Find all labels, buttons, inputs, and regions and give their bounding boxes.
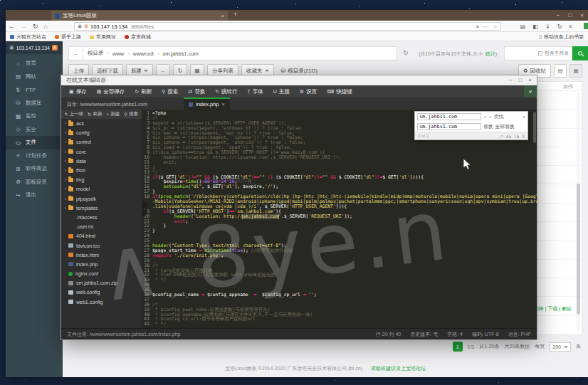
tab-close-icon[interactable]: × [221, 13, 224, 19]
tree-item[interactable]: data [61, 157, 142, 166]
sidebar-toggle-icon[interactable]: ◧ [532, 23, 538, 30]
bookmark-item[interactable]: 常用网址 [90, 33, 116, 41]
tree-toolbar-button[interactable]: ⚲ 搜索 [124, 111, 138, 117]
reader-mode-icon[interactable]: ≡ [476, 23, 478, 30]
menu-icon[interactable]: ≡ [569, 23, 572, 30]
replace-button[interactable]: 替换 [483, 123, 493, 130]
browser-tab[interactable]: 宝塔Linux面板 × [51, 11, 228, 21]
sidebar-item[interactable]: ▤ 网站 [6, 70, 63, 84]
editor-toolbar-button[interactable]: ⚲ 搜索 [157, 85, 183, 97]
toolbar-collapse-button[interactable]: ∨ [524, 85, 537, 97]
tree-item[interactable]: web.config [61, 288, 142, 297]
editor-toolbar-button[interactable]: ⚙ 设置 [295, 85, 322, 97]
tree-item[interactable]: ffsm [61, 166, 142, 175]
editor-toolbar-button[interactable]: U 主题 [268, 85, 295, 97]
tree-item[interactable]: config [61, 128, 142, 137]
sidebar-item[interactable]: ↪ 退出 [6, 189, 63, 202]
sidebar-item[interactable]: ◇ 安全 [6, 123, 63, 137]
tree-toolbar-button[interactable]: ↰ 上一级 [64, 111, 83, 117]
url-bar[interactable]: ◉ ⊘ 103.147.13.134 :8888/files ≡⋯☆ [74, 22, 501, 31]
list-view-button[interactable]: ▤ [554, 64, 567, 78]
editor-close-button[interactable]: × [528, 77, 532, 83]
sidebar-item[interactable]: ⇅ FTP [6, 83, 63, 97]
tree-item[interactable]: acs [61, 119, 142, 128]
insecure-lock-icon[interactable]: ⊘ [84, 23, 88, 29]
tree-item[interactable]: model [61, 184, 142, 194]
window-minimize-button[interactable]: − [557, 12, 560, 19]
find-next-icon[interactable]: › [488, 115, 491, 120]
replace-input[interactable] [417, 123, 481, 130]
scrollbar-thumb[interactable] [577, 184, 580, 315]
tree-item[interactable]: web1.config [61, 297, 142, 307]
tracking-shield-icon[interactable]: ◉ [78, 23, 82, 29]
tree-item[interactable]: index.php [61, 260, 142, 269]
breadcrumb-segment[interactable]: www [112, 51, 133, 57]
bookmark-star-icon[interactable]: ☆ [493, 23, 498, 30]
editor-toolbar-button[interactable]: T 字体 [243, 85, 268, 97]
tree-toolbar-button[interactable]: + 新建 [106, 111, 120, 117]
sidebar-item[interactable]: ⌂ 首页 [6, 57, 63, 70]
sidebar-item[interactable]: ⊞ 软件商店 [6, 162, 63, 176]
tree-item[interactable]: ptpaysdk [61, 194, 142, 204]
breadcrumb-segment[interactable]: sm.jahbs1.com [162, 51, 198, 57]
page-actions-icon[interactable]: ⋯ [483, 23, 489, 30]
home-icon[interactable]: ⌂ [44, 23, 48, 30]
tree-collapse-handle[interactable]: ‹ [142, 201, 147, 216]
replace-all-button[interactable]: 全部替换 [495, 123, 515, 130]
close-search-icon[interactable]: × [523, 115, 525, 120]
back-icon[interactable]: ← [9, 23, 15, 30]
bookmark-item[interactable]: 新手上路 [55, 33, 81, 41]
editor-toolbar-button[interactable]: ⇄ 替换 [183, 85, 210, 97]
sidebar-item[interactable]: ≡ 计划任务 [6, 149, 63, 163]
search-option-toggle[interactable]: Aa [506, 134, 511, 139]
editor-minimize-button[interactable]: − [509, 77, 513, 83]
sidebar-item[interactable]: ⚙ 面板设置 [6, 176, 63, 189]
breadcrumb-segment[interactable]: 根目录 [88, 50, 112, 57]
sync-icon[interactable]: ↻ [557, 23, 562, 30]
tree-item[interactable]: .user.ini [61, 222, 142, 231]
editor-toolbar-button[interactable]: ▤ 全部保存 [92, 85, 130, 97]
find-button[interactable]: 查找 [494, 113, 504, 120]
tree-item[interactable]: core [61, 147, 142, 157]
editor-toolbar-button[interactable]: ✎ 跳转行 [210, 85, 242, 97]
extension-icon[interactable] [584, 23, 588, 29]
tree-toolbar-button[interactable]: ↻ 刷新 [88, 111, 102, 117]
tree-item[interactable]: index.html [61, 250, 142, 260]
forward-icon[interactable]: → [21, 23, 27, 30]
disk-usage[interactable]: ⛁ 根目录(21G) [281, 68, 317, 75]
tree-item[interactable]: 404.html [61, 231, 142, 241]
tree-item[interactable]: control [61, 137, 142, 147]
editor-file-tab[interactable]: index.php × [184, 97, 230, 110]
search-option-toggle[interactable]: .* [498, 134, 503, 139]
tree-item[interactable]: .htaccess [61, 213, 142, 222]
search-button[interactable] [572, 46, 588, 60]
editor-titlebar[interactable]: 在线文本编辑器 −□× [61, 75, 537, 85]
tree-item[interactable]: templates [61, 204, 142, 213]
forum-link[interactable]: 求助或建议请上宝塔论坛 [371, 366, 426, 371]
sidebar-item[interactable]: ⛁ 数据库 [6, 97, 63, 110]
page-1-button[interactable]: 1 [453, 342, 463, 352]
path-refresh-icon[interactable]: ↻ [403, 49, 409, 56]
window-maximize-button[interactable]: □ [568, 12, 572, 19]
bookmark-item[interactable]: 京东商城 [125, 33, 151, 41]
include-subdir-checkbox[interactable] [538, 51, 542, 56]
sidebar-item[interactable]: ▭ 文件 [6, 136, 63, 149]
search-option-toggle[interactable]: S [522, 134, 525, 139]
code-editor[interactable]: 1<?php2/*3$agent = strtolower($_SERVER['… [142, 110, 537, 329]
grid-view-button[interactable]: ▦ [569, 64, 582, 78]
per-page-select[interactable]: 200 [550, 342, 571, 352]
bookmark-item[interactable]: 火狐官方站点 [10, 33, 46, 41]
new-tab-button[interactable]: + [233, 11, 237, 18]
code-scrollbar-thumb[interactable] [533, 112, 536, 143]
tree-item[interactable]: favicon.ico [61, 241, 142, 250]
find-input[interactable] [417, 113, 481, 120]
tree-item[interactable]: img [61, 175, 142, 184]
tree-item[interactable]: nginx.conf [61, 269, 142, 278]
file-list-scrollbar[interactable] [577, 93, 580, 331]
editor-toolbar-button[interactable]: ▣ 保存 [64, 85, 92, 97]
breadcrumb-back-button[interactable]: ← [69, 47, 83, 60]
breadcrumb-segment[interactable]: wwwroot [133, 51, 163, 57]
downloads-icon[interactable]: ⇓ [545, 23, 550, 30]
stats-calc-link[interactable]: 统计 [485, 51, 495, 56]
window-close-button[interactable]: × [580, 12, 584, 19]
